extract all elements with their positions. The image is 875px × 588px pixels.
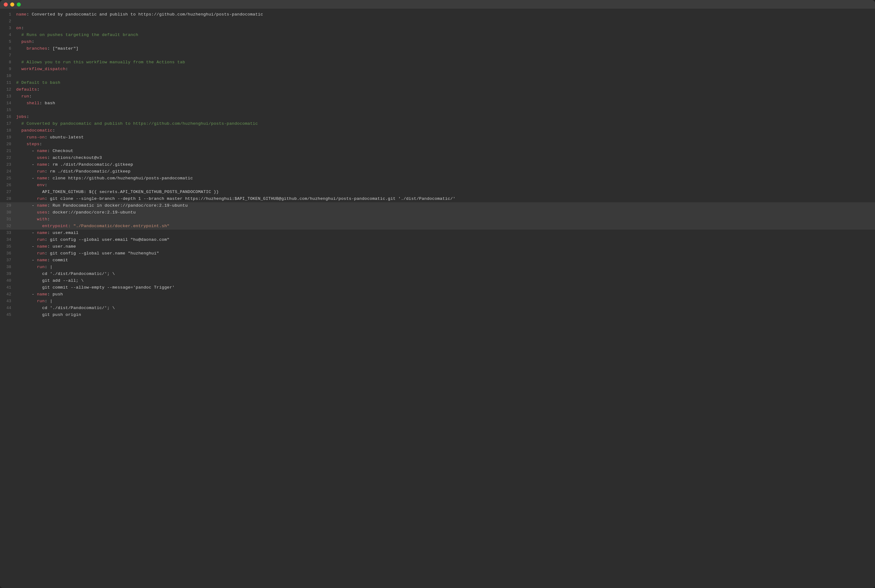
syntax-token: - <box>16 148 37 153</box>
line-content: uses: actions/checkout@v3 <box>16 154 102 161</box>
syntax-token <box>16 237 37 242</box>
syntax-token: env <box>37 183 45 188</box>
syntax-token <box>16 156 37 160</box>
code-line: 41 git commit --allow-empty --message='p… <box>0 284 875 291</box>
code-line: 40 git add --all; \ <box>0 278 875 284</box>
syntax-token: entrypoint <box>42 224 68 228</box>
line-content: # Allows you to run this workflow manual… <box>16 59 185 66</box>
code-line: 13 run: <box>0 93 875 100</box>
line-number: 25 <box>0 175 11 182</box>
code-line: 2 <box>0 18 875 25</box>
syntax-token: : rm ./dist/Pandocomatic/.gitkeep <box>47 162 133 167</box>
line-number: 23 <box>0 161 11 168</box>
code-line: 27 API_TOKEN_GITHUB: ${{ secrets.API_TOK… <box>0 189 875 195</box>
syntax-token: uses <box>37 210 48 215</box>
line-content: jobs: <box>16 114 29 120</box>
syntax-token: run <box>37 169 45 174</box>
syntax-token: # Converted by pandocomatic and publish … <box>16 122 258 126</box>
syntax-token: : <box>39 142 42 147</box>
syntax-token: : Converted by pandocomatic and publish … <box>27 12 263 17</box>
line-content: pandocomatic: <box>16 127 55 134</box>
minimize-button[interactable] <box>10 3 14 6</box>
line-content: workflow_dispatch: <box>16 66 68 73</box>
syntax-token: name <box>16 12 27 17</box>
syntax-token: : <box>66 67 68 71</box>
line-number: 10 <box>0 73 11 80</box>
line-number: 11 <box>0 80 11 86</box>
line-content: git add --all; \ <box>16 278 84 284</box>
syntax-token <box>16 210 37 215</box>
line-content: - name: commit <box>16 257 68 264</box>
maximize-button[interactable] <box>17 3 21 6</box>
syntax-token: - <box>16 231 37 235</box>
line-number: 37 <box>0 257 11 264</box>
syntax-token <box>16 265 37 269</box>
titlebar <box>0 0 875 9</box>
syntax-token: : <box>21 26 24 30</box>
syntax-token: pandocomatic <box>21 128 53 133</box>
code-line: 10 <box>0 73 875 80</box>
code-line: 19 runs-on: ubuntu-latest <box>0 134 875 141</box>
syntax-token: : git config --global user.email "hu@dao… <box>45 237 170 242</box>
code-line: 11# Default to bash <box>0 80 875 86</box>
syntax-token: git push origin <box>16 312 81 317</box>
line-content: - name: Run Pandocomatic in docker://pan… <box>16 202 188 209</box>
code-line: 37 - name: commit <box>0 257 875 264</box>
line-content: API_TOKEN_GITHUB: ${{ secrets.API_TOKEN_… <box>16 189 219 195</box>
code-line: 39 cd './dist/Pandocomatic/'; \ <box>0 271 875 278</box>
code-line: 24 run: rm ./dist/Pandocomatic/.gitkeep <box>0 168 875 175</box>
syntax-token: : commit <box>47 258 68 262</box>
code-line: 45 git push origin <box>0 312 875 318</box>
syntax-token: # Runs on pushes targeting the default b… <box>16 33 138 37</box>
editor-window: 1name: Converted by pandocomatic and pub… <box>0 0 875 588</box>
syntax-token: name <box>37 176 48 181</box>
syntax-token: : | <box>45 299 53 303</box>
line-content: run: git config --global user.name "huzh… <box>16 250 159 257</box>
line-content <box>16 18 19 25</box>
line-number: 41 <box>0 284 11 291</box>
line-number: 12 <box>0 86 11 93</box>
line-number: 13 <box>0 93 11 100</box>
syntax-token <box>16 94 21 99</box>
syntax-token <box>16 135 27 140</box>
syntax-token: : git clone --single-branch --depth 1 --… <box>45 196 456 201</box>
line-content: entrypoint: "./Pandocomatic/docker.entry… <box>16 223 170 230</box>
syntax-token: defaults <box>16 87 37 92</box>
line-content: run: git clone --single-branch --depth 1… <box>16 195 456 202</box>
code-line: 31 with: <box>0 216 875 223</box>
line-content: # Converted by pandocomatic and publish … <box>16 120 258 127</box>
code-line: 1name: Converted by pandocomatic and pub… <box>0 11 875 18</box>
syntax-token: name <box>37 258 48 262</box>
syntax-token: : Run Pandocomatic in docker://pandoc/co… <box>47 203 188 208</box>
line-number: 35 <box>0 243 11 250</box>
line-number: 29 <box>0 202 11 209</box>
syntax-token: : <box>27 114 29 119</box>
syntax-token: uses <box>37 156 48 160</box>
syntax-token: push <box>21 39 32 44</box>
line-content: on: <box>16 25 24 32</box>
syntax-token <box>16 101 27 105</box>
line-content: git push origin <box>16 312 81 318</box>
code-line: 20 steps: <box>0 141 875 148</box>
close-button[interactable] <box>4 3 8 6</box>
code-line: 6 branches: ["master"] <box>0 45 875 52</box>
line-number: 33 <box>0 230 11 237</box>
line-content: run: <box>16 93 32 100</box>
syntax-token: jobs <box>16 114 27 119</box>
line-number: 38 <box>0 264 11 271</box>
syntax-token: git commit --allow-empty --message='pand… <box>16 285 175 290</box>
line-number: 1 <box>0 11 11 18</box>
code-editor[interactable]: 1name: Converted by pandocomatic and pub… <box>0 9 875 588</box>
code-line: 44 cd './dist/Pandocomatic/'; \ <box>0 305 875 312</box>
syntax-token: run <box>21 94 29 99</box>
syntax-token: run <box>37 251 45 256</box>
code-line: 15 <box>0 107 875 114</box>
code-line: 28 run: git clone --single-branch --dept… <box>0 195 875 202</box>
syntax-token: - <box>16 176 37 181</box>
syntax-token: : bash <box>39 101 55 105</box>
code-line: 21 - name: Checkout <box>0 148 875 154</box>
syntax-token: - <box>16 162 37 167</box>
syntax-token: : Checkout <box>47 148 73 153</box>
line-number: 17 <box>0 120 11 127</box>
syntax-token: branches <box>27 46 48 51</box>
